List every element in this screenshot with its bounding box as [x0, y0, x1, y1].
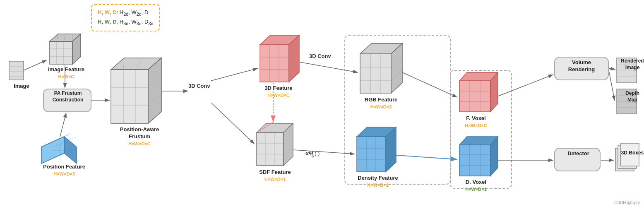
- svg-rect-73: [459, 145, 490, 176]
- svg-line-106: [609, 68, 615, 70]
- svg-marker-38: [289, 35, 299, 82]
- svg-line-91: [24, 60, 47, 70]
- svg-marker-20: [41, 137, 64, 164]
- boxes-3d-label: 3D Boxes: [620, 150, 644, 156]
- sdf-feature-cube: [257, 123, 293, 166]
- volume-rendering-label: VolumeRendering: [555, 59, 608, 73]
- position-feature-shape: [41, 134, 77, 164]
- svg-line-98: [300, 62, 358, 72]
- svg-marker-18: [41, 137, 77, 157]
- svg-marker-59: [357, 137, 386, 172]
- d-voxel-dim: H×W×D×1: [465, 187, 487, 192]
- svg-line-33: [136, 58, 143, 70]
- alpha-psi-label-text: αΨ: [305, 150, 313, 156]
- svg-marker-26: [111, 58, 161, 70]
- rendered-image-label: RenderedImage: [620, 58, 644, 71]
- svg-marker-25: [111, 70, 148, 123]
- svg-marker-75: [490, 137, 498, 176]
- legend-line-2: H, W, D: H3d, W3d, D3d: [98, 18, 153, 27]
- legend-line-1: H, W, D: H2d, W2d, D: [98, 8, 153, 18]
- image-feature-cube: [50, 34, 81, 64]
- svg-line-99: [293, 150, 355, 154]
- image-feature-dim: H×W×C: [58, 74, 74, 79]
- svg-marker-44: [257, 123, 293, 132]
- conv3d-label-2-text: 3D Conv: [309, 53, 332, 59]
- boxes-3d-icon: [615, 143, 639, 171]
- density-feature-cube: [357, 127, 396, 172]
- legend-d1: D: [113, 9, 116, 15]
- svg-rect-89: [618, 146, 637, 168]
- legend-h2: H: [98, 19, 101, 25]
- alpha-psi-sub: β: [312, 154, 314, 158]
- density-feature-dim: H×W×D×1: [367, 183, 389, 188]
- image-feature-label: Image Feature H×W×C: [46, 66, 87, 80]
- legend-box: H, W, D: H2d, W2d, D H, W, D: H3d, W3d, …: [91, 4, 160, 31]
- d-voxel-cube: [459, 137, 498, 176]
- depth-map-label: DepthMap: [620, 90, 644, 103]
- rgb-feature-label: RGB Feature H×W×D×3: [357, 96, 405, 111]
- svg-rect-66: [459, 81, 490, 112]
- svg-line-57: [391, 57, 402, 67]
- svg-line-104: [498, 75, 553, 96]
- svg-line-101: [257, 122, 273, 132]
- f-voxel-cube: [459, 72, 498, 112]
- svg-marker-36: [260, 45, 289, 82]
- svg-line-34: [148, 76, 161, 87]
- svg-line-102: [402, 72, 457, 97]
- detector-label: Detector: [557, 150, 600, 157]
- 3d-feature-label: 3D Feature H×W×D×C: [256, 85, 301, 99]
- svg-line-58: [391, 70, 402, 80]
- svg-marker-74: [459, 137, 498, 145]
- svg-marker-27: [148, 58, 161, 123]
- pa-frustum-cube-label: Position-AwareFrustum H×W×D×C: [111, 126, 168, 147]
- image-icon: [9, 61, 24, 80]
- svg-line-22: [54, 137, 77, 147]
- svg-marker-10: [72, 34, 81, 64]
- svg-line-35: [148, 94, 161, 105]
- rgb-feature-cube: [360, 43, 402, 93]
- diagram-container: H, W, D: H2d, W2d, D H, W, D: H3d, W3d, …: [0, 0, 644, 207]
- 3d-feature-dim: H×W×D×C: [267, 93, 290, 98]
- pa-frustum-label: PA FrustumConstruction: [45, 90, 91, 103]
- legend-w1: W: [105, 9, 110, 15]
- position-feature-dim: H×W×D×3: [53, 171, 75, 176]
- svg-marker-45: [284, 123, 293, 166]
- svg-line-16: [64, 34, 65, 41]
- svg-marker-61: [386, 127, 396, 172]
- alpha-psi-paren: (·): [315, 150, 320, 156]
- conv3d-label-1-text: 3D Conv: [188, 83, 211, 89]
- legend-h1: H: [98, 9, 101, 15]
- svg-rect-3: [9, 61, 24, 80]
- svg-line-96: [211, 68, 258, 81]
- right-dashed-region: [450, 70, 512, 188]
- svg-marker-52: [391, 43, 402, 93]
- position-feature-label: Position Feature H×W×D×3: [37, 164, 91, 178]
- svg-line-21: [48, 134, 70, 144]
- svg-line-32: [123, 58, 124, 70]
- svg-line-93: [60, 113, 66, 137]
- density-feature-label: Density Feature H×W×D×1: [351, 175, 405, 189]
- svg-marker-60: [357, 127, 396, 137]
- 3d-feature-cube: [260, 35, 299, 82]
- svg-marker-67: [459, 72, 498, 81]
- svg-marker-50: [360, 54, 391, 93]
- d-voxel-label: D. Voxel H×W×D×1: [453, 179, 499, 193]
- svg-marker-19: [64, 137, 77, 164]
- svg-line-97: [211, 103, 255, 144]
- image-label: Image: [9, 83, 34, 90]
- svg-marker-8: [50, 41, 72, 64]
- svg-line-15: [57, 34, 58, 41]
- sdf-feature-label: SDF Feature H×W×D×1: [251, 169, 299, 183]
- watermark: CSDN @byzy: [614, 200, 640, 205]
- pa-frustum-cube: [111, 58, 161, 123]
- f-voxel-label: F. Voxel H×W×D×C: [453, 115, 499, 129]
- legend-w2: W: [105, 19, 110, 25]
- svg-line-107: [609, 72, 615, 101]
- pa-frustum-dim: H×W×D×C: [128, 141, 151, 146]
- svg-marker-37: [260, 35, 299, 45]
- svg-marker-51: [360, 43, 402, 54]
- svg-line-103: [396, 155, 457, 159]
- svg-marker-43: [257, 132, 284, 166]
- legend-d2: D: [113, 19, 116, 25]
- sdf-feature-dim: H×W×D×1: [264, 177, 286, 182]
